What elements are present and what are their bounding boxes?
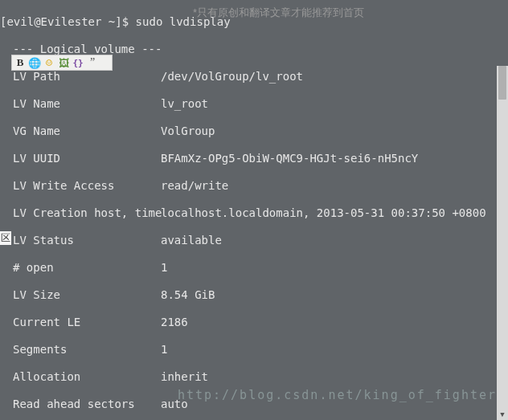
quote-icon[interactable]: ” xyxy=(86,56,99,69)
scrollbar[interactable]: ▼ xyxy=(497,66,508,420)
lv1-current-le: Current LE2186 xyxy=(0,316,508,329)
lv1-name: LV Namelv_root xyxy=(0,97,508,111)
region-mark: 区 xyxy=(0,231,11,245)
lv1-write-access: LV Write Accessread/write xyxy=(0,179,508,193)
code-icon[interactable]: {} xyxy=(72,56,84,69)
lv1-path: LV Path/dev/VolGroup/lv_root xyxy=(0,70,508,84)
watermark: http://blog.csdn.net/king_of_fighter xyxy=(178,388,497,402)
link-icon[interactable]: 🌐 xyxy=(28,56,41,69)
overlay-hint-text: *只有原创和翻译文章才能推荐到首页 xyxy=(193,6,364,20)
lv1-vgname: VG NameVolGroup xyxy=(0,124,508,138)
lv1-segments: Segments1 xyxy=(0,343,508,357)
lv1-open: # open1 xyxy=(0,261,508,275)
image-icon[interactable]: 🖼 xyxy=(57,56,70,69)
lv1-allocation: Allocationinherit xyxy=(0,370,508,384)
scroll-thumb[interactable] xyxy=(498,66,506,100)
user-host: [evil@Evilester ~]$ xyxy=(0,15,129,28)
lv1-status: LV Statusavailable xyxy=(0,234,508,247)
lv1-creation: LV Creation host, timelocalhost.localdom… xyxy=(0,206,508,220)
smile-icon[interactable]: ☺ xyxy=(43,56,55,69)
editor-toolbar: B 🌐 ☺ 🖼 {} ” xyxy=(11,55,113,71)
scroll-down-icon[interactable]: ▼ xyxy=(497,409,508,420)
lv1-uuid: LV UUIDBFAmXz-OPg5-ObiW-QMC9-HGJt-sei6-n… xyxy=(0,152,508,165)
lv1-size: LV Size8.54 GiB xyxy=(0,288,508,302)
bold-icon[interactable]: B xyxy=(14,56,27,69)
